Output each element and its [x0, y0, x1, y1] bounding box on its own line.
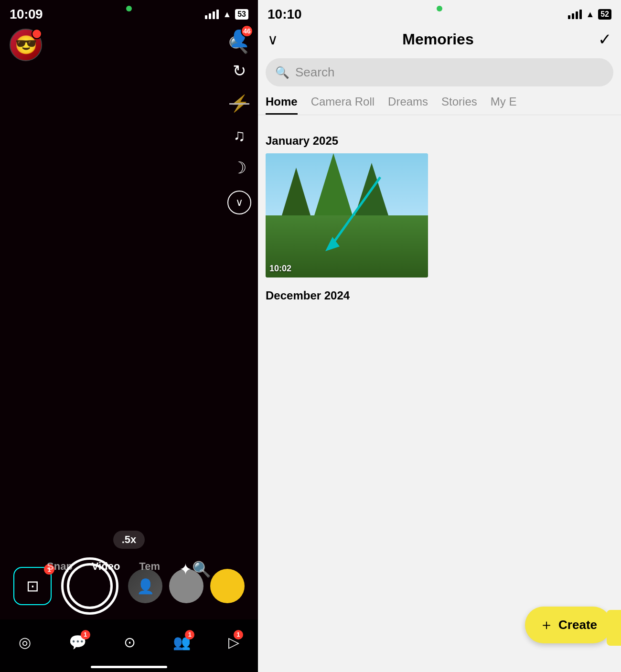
status-bar-right: 10:10 ▲ 52 — [258, 0, 621, 25]
memories-content: January 2025 10:02 December 2024 — [258, 115, 621, 653]
friends-badge: 1 — [185, 630, 194, 640]
nav-map-button[interactable]: ◎ — [19, 634, 31, 651]
tab-my-eyes[interactable]: My E — [491, 95, 517, 115]
add-friend-badge: 46 — [241, 25, 253, 37]
bar-r3 — [576, 11, 578, 19]
status-bar-left: 10:09 ▲ 53 — [0, 0, 258, 25]
memories-title: Memories — [402, 31, 473, 48]
time-right: 10:10 — [268, 7, 302, 22]
music-button[interactable]: ♫ — [233, 126, 246, 145]
mode-snap[interactable]: Snap — [47, 560, 73, 578]
photo-jan-1[interactable]: 10:02 — [266, 153, 428, 277]
time-left: 10:09 — [10, 7, 43, 22]
bar-r1 — [568, 15, 570, 19]
stories-badge: 1 — [234, 630, 243, 640]
signal-bars-right — [568, 10, 582, 19]
bottom-nav: ◎ 💬 1 ⊙ 👥 1 ▷ 1 — [0, 619, 258, 672]
create-plus-icon: ＋ — [539, 615, 554, 635]
avatar-container[interactable]: 😎 — [10, 29, 42, 61]
top-controls-left: 😎 🔍 — [0, 29, 258, 61]
bar-r2 — [572, 13, 574, 19]
sparkle-search-icon[interactable]: ✦🔍 — [179, 560, 211, 578]
avatar-notification-dot — [32, 29, 42, 39]
refresh-button[interactable]: ↻ — [233, 61, 246, 80]
bar3 — [213, 11, 215, 19]
tab-dreams[interactable]: Dreams — [388, 95, 428, 115]
photo-timestamp: 10:02 — [269, 264, 291, 274]
chat-badge: 1 — [81, 630, 90, 640]
status-icons-left: ▲ 53 — [205, 9, 248, 20]
collapse-button[interactable]: ∨ — [227, 191, 251, 214]
camera-panel: 10:09 ▲ 53 😎 🔍 👤 46 ↻ — [0, 0, 258, 672]
flash-button[interactable]: ⚡ — [229, 94, 249, 113]
select-button[interactable]: ✓ — [598, 30, 611, 49]
bar1 — [205, 15, 207, 19]
bar-r4 — [579, 10, 582, 19]
search-placeholder: Search — [295, 65, 334, 80]
battery-left: 53 — [235, 9, 248, 20]
section-january-2025: January 2025 — [266, 134, 613, 148]
right-controls: 👤 46 ↻ ⚡ ♫ ☽ ∨ — [227, 29, 251, 214]
section-december-2024: December 2024 — [266, 289, 613, 302]
bar4 — [216, 10, 219, 19]
back-button[interactable]: ∨ — [268, 31, 278, 48]
mode-selector: Snap Video Tem ✦🔍 — [0, 560, 258, 578]
green-dot-right — [437, 6, 442, 11]
add-friend-button[interactable]: 👤 46 — [229, 29, 249, 48]
nav-chat-button[interactable]: 💬 1 — [69, 634, 86, 651]
create-label: Create — [558, 618, 597, 632]
partial-yellow-button[interactable] — [607, 610, 621, 646]
wifi-icon-right: ▲ — [586, 10, 594, 20]
mode-video[interactable]: Video — [92, 560, 120, 578]
photo-grid-jan: 10:02 — [266, 153, 428, 277]
status-icons-right: ▲ 52 — [568, 9, 611, 20]
wifi-icon-left: ▲ — [223, 10, 231, 20]
nav-friends-button[interactable]: 👥 1 — [173, 634, 191, 651]
nav-stories-button[interactable]: ▷ 1 — [228, 634, 239, 651]
search-icon-right: 🔍 — [275, 66, 289, 79]
memories-icon: ⊡ — [26, 577, 39, 595]
mode-tem[interactable]: Tem — [139, 560, 160, 578]
tab-camera-roll[interactable]: Camera Roll — [311, 95, 375, 115]
tab-stories[interactable]: Stories — [441, 95, 477, 115]
zoom-label[interactable]: .5x — [113, 531, 145, 549]
create-button[interactable]: ＋ Create — [525, 607, 611, 643]
tabs-row: Home Camera Roll Dreams Stories My E — [258, 91, 621, 115]
home-indicator-left — [91, 666, 167, 668]
tab-home[interactable]: Home — [266, 95, 298, 115]
memories-header: ∨ Memories ✓ — [258, 25, 621, 53]
search-bar[interactable]: 🔍 Search — [266, 58, 613, 86]
signal-bars-left — [205, 10, 219, 19]
nav-camera-button[interactable]: ⊙ — [124, 634, 136, 651]
night-mode-button[interactable]: ☽ — [232, 158, 246, 177]
battery-right: 52 — [598, 9, 611, 20]
bar2 — [209, 13, 211, 19]
memories-panel: 10:10 ▲ 52 ∨ Memories ✓ 🔍 Search Home Ca… — [258, 0, 621, 672]
